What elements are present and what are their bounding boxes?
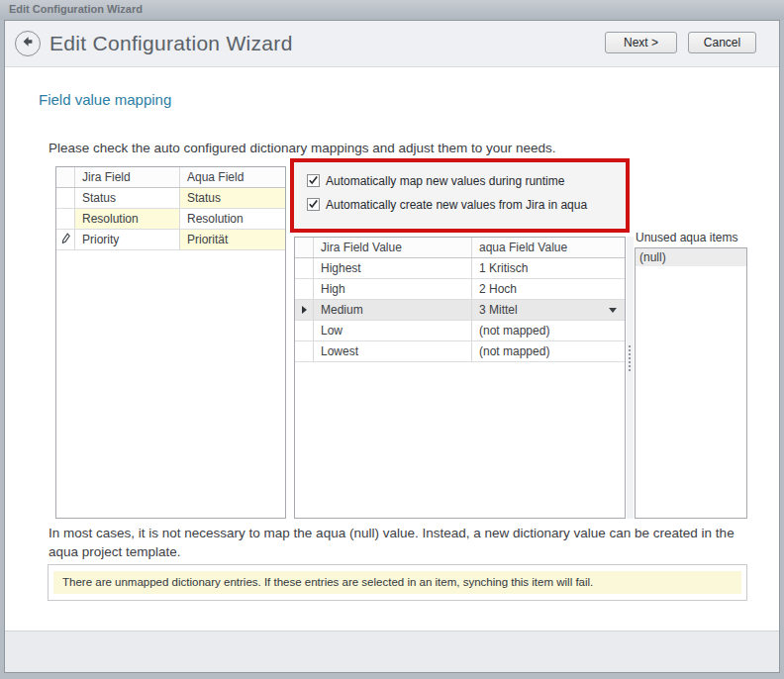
column-header-aqua-field[interactable]: Aqua Field [180, 167, 285, 187]
table-row[interactable]: Priority Priorität [56, 230, 285, 250]
aqua-field-cell[interactable]: Status [180, 188, 285, 208]
aqua-value-cell[interactable]: (not mapped) [472, 341, 625, 361]
wizard-window: Edit Configuration Wizard Field value ma… [4, 20, 780, 673]
field-grid-header: Jira Field Aqua Field [56, 167, 285, 188]
window-titlebar[interactable]: Edit Configuration Wizard [0, 0, 784, 20]
current-row-indicator-icon [302, 306, 307, 314]
value-mapping-grid: Jira Field Value aqua Field Value Highes… [294, 237, 626, 519]
checkbox-auto-map[interactable]: Automatically map new values during runt… [307, 173, 564, 188]
info-note: In most cases, it is not necessary to ma… [49, 525, 753, 562]
row-selector[interactable] [295, 341, 314, 361]
jira-value-cell[interactable]: Lowest [314, 341, 472, 361]
jira-value-cell[interactable]: Medium [314, 300, 472, 320]
column-header-jira-field-value[interactable]: Jira Field Value [314, 238, 472, 257]
wizard-footer [5, 630, 779, 672]
back-arrow-icon [20, 34, 36, 53]
back-button[interactable] [15, 31, 41, 56]
jira-field-cell[interactable]: Status [75, 188, 180, 208]
aqua-value-cell: 3 Mittel [479, 303, 518, 317]
warning-box: There are unmapped dictionary entries. I… [48, 564, 747, 601]
aqua-field-cell[interactable]: Priorität [180, 230, 285, 249]
table-row[interactable]: Highest 1 Kritisch [295, 258, 625, 279]
row-selector[interactable] [295, 258, 314, 278]
section-title: Field value mapping [39, 91, 171, 108]
field-mapping-grid: Jira Field Aqua Field Status Status Reso… [55, 166, 286, 519]
row-selector-header [295, 238, 314, 257]
grid-splitter[interactable] [627, 237, 634, 519]
table-row[interactable]: Lowest (not mapped) [295, 341, 625, 362]
table-row[interactable]: Low (not mapped) [295, 321, 625, 341]
row-selector-current[interactable] [295, 300, 314, 320]
table-row[interactable]: High 2 Hoch [295, 279, 625, 300]
checkbox-auto-create[interactable]: Automatically create new values from Jir… [307, 197, 587, 212]
warning-text: There are unmapped dictionary entries. I… [53, 571, 741, 594]
aqua-value-cell[interactable]: 2 Hoch [472, 279, 625, 299]
aqua-value-cell[interactable]: 1 Kritisch [472, 258, 625, 278]
table-row[interactable]: Resolution Resolution [56, 209, 285, 230]
jira-value-cell[interactable]: Highest [314, 258, 472, 278]
edit-pencil-icon [61, 233, 70, 246]
row-selector[interactable] [56, 209, 75, 229]
unused-aqua-items-label: Unused aqua items [636, 231, 737, 244]
row-selector[interactable] [56, 230, 75, 249]
column-header-jira-field[interactable]: Jira Field [75, 167, 180, 187]
jira-field-cell[interactable]: Priority [75, 230, 180, 249]
list-item[interactable]: (null) [636, 248, 746, 266]
options-panel-red-annotation: Automatically map new values during runt… [290, 158, 630, 233]
dropdown-arrow-icon[interactable] [609, 308, 617, 313]
jira-value-cell[interactable]: High [314, 279, 472, 299]
value-grid-header: Jira Field Value aqua Field Value [295, 238, 625, 258]
aqua-value-cell[interactable]: (not mapped) [472, 321, 625, 340]
checkbox-label: Automatically create new values from Jir… [326, 198, 587, 212]
aqua-field-cell[interactable]: Resolution [180, 209, 285, 229]
checkbox-label: Automatically map new values during runt… [326, 174, 564, 188]
page-title: Edit Configuration Wizard [49, 21, 293, 67]
instruction-text: Please check the auto configured diction… [49, 141, 556, 155]
row-selector[interactable] [295, 321, 314, 340]
table-row[interactable]: Status Status [56, 188, 285, 209]
row-selector[interactable] [56, 188, 75, 208]
jira-field-cell[interactable]: Resolution [75, 209, 180, 229]
checkbox-checked-icon [307, 174, 320, 187]
table-row-selected[interactable]: Medium 3 Mittel [295, 300, 625, 321]
aqua-value-combobox[interactable]: 3 Mittel [472, 300, 625, 320]
checkbox-checked-icon [307, 198, 320, 211]
splitter-grip-icon [629, 345, 631, 371]
jira-value-cell[interactable]: Low [314, 321, 472, 340]
row-selector-header [56, 167, 75, 187]
column-header-aqua-field-value[interactable]: aqua Field Value [472, 238, 625, 257]
row-selector[interactable] [295, 279, 314, 299]
cancel-button[interactable]: Cancel [688, 32, 756, 53]
next-button[interactable]: Next > [605, 32, 677, 53]
unused-aqua-items-list: (null) [635, 247, 747, 519]
